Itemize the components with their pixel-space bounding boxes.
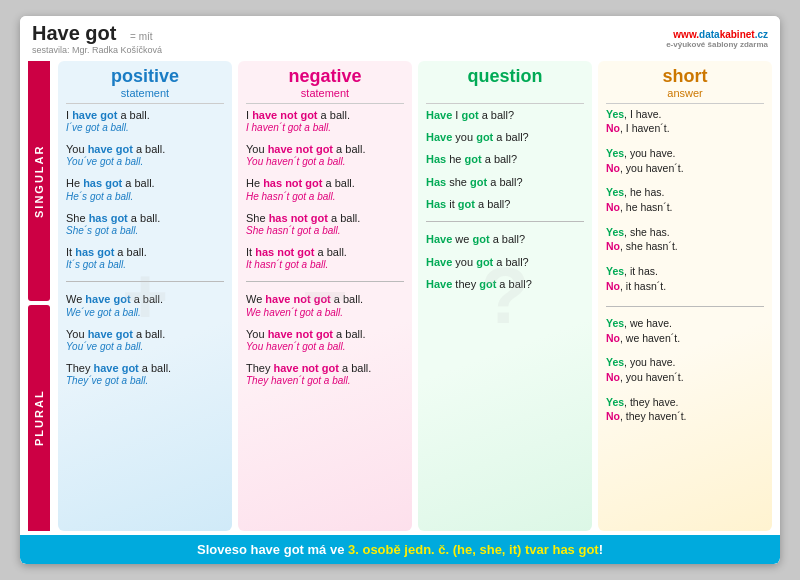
short-divider xyxy=(606,103,764,104)
short-no-4: No, she hasn´t. xyxy=(606,240,764,254)
neg-main-8: They have not got a ball. xyxy=(246,361,404,375)
footer-highlight: 3. osobě jedn. č. (he, she, it) tvar has… xyxy=(348,542,599,557)
neg-alt-4: She hasn´t got a ball. xyxy=(246,225,404,237)
positive-title: positive xyxy=(66,67,224,87)
negative-divider xyxy=(246,103,404,104)
neg-main-3: He has not got a ball. xyxy=(246,176,404,190)
negative-entries: I have not got a ball. I haven´t got a b… xyxy=(246,108,404,525)
neg-alt-6: We haven´t got a ball. xyxy=(246,307,404,319)
positive-subtitle: statement xyxy=(66,87,224,99)
short-title: short xyxy=(606,67,764,87)
neg-entry-1: I have not got a ball. I haven´t got a b… xyxy=(246,108,404,134)
negative-title: negative xyxy=(246,67,404,87)
neg-main-2: You have not got a ball. xyxy=(246,142,404,156)
neg-main-6: We have not got a ball. xyxy=(246,292,404,306)
short-yes-2: Yes, you have. xyxy=(606,147,764,161)
pos-main-4: She has got a ball. xyxy=(66,211,224,225)
neg-alt-3: He hasn´t got a ball. xyxy=(246,191,404,203)
pos-entry-2: You have got a ball. You´ve got a ball. xyxy=(66,142,224,168)
short-yes-1: Yes, I have. xyxy=(606,108,764,122)
neg-entry-7: You have not got a ball. You haven´t got… xyxy=(246,327,404,353)
plural-divider-short xyxy=(606,306,764,307)
q-main-8: Have they got a ball? xyxy=(426,277,584,291)
positive-column: + positive statement I have got a ball. … xyxy=(58,61,232,531)
singular-label: SINGULAR xyxy=(28,61,50,301)
pos-entry-3: He has got a ball. He´s got a ball. xyxy=(66,176,224,202)
pos-main-8: They have got a ball. xyxy=(66,361,224,375)
bottom-text: Sloveso have got má ve 3. osobě jedn. č.… xyxy=(36,542,764,557)
q-main-2: Have you got a ball? xyxy=(426,130,584,144)
pos-alt-7: You´ve got a ball. xyxy=(66,341,224,353)
pos-entry-5: It has got a ball. It´s got a ball. xyxy=(66,245,224,271)
question-header: question xyxy=(426,67,584,99)
short-entry-6: Yes, we have. No, we haven´t. xyxy=(606,317,764,345)
columns-row: + positive statement I have got a ball. … xyxy=(58,61,772,531)
q-entry-8: Have they got a ball? xyxy=(426,277,584,291)
pos-main-6: We have got a ball. xyxy=(66,292,224,306)
short-no-3: No, he hasn´t. xyxy=(606,201,764,215)
plural-divider-q xyxy=(426,221,584,222)
page-title: Have got = mít xyxy=(32,22,162,45)
pos-alt-4: She´s got a ball. xyxy=(66,225,224,237)
website-sub: e-výukové šablony zdarma xyxy=(666,40,768,49)
positive-header: positive statement xyxy=(66,67,224,99)
pos-entry-4: She has got a ball. She´s got a ball. xyxy=(66,211,224,237)
plural-divider-neg xyxy=(246,281,404,282)
main-page: Have got = mít sestavila: Mgr. Radka Koš… xyxy=(20,16,780,564)
neg-alt-1: I haven´t got a ball. xyxy=(246,122,404,134)
side-labels: SINGULAR PLURAL xyxy=(28,61,50,531)
short-entry-2: Yes, you have. No, you haven´t. xyxy=(606,147,764,175)
short-column: short answer Yes, I have. No, I haven´t.… xyxy=(598,61,772,531)
pos-main-2: You have got a ball. xyxy=(66,142,224,156)
neg-alt-2: You haven´t got a ball. xyxy=(246,156,404,168)
pos-main-7: You have got a ball. xyxy=(66,327,224,341)
neg-main-5: It has not got a ball. xyxy=(246,245,404,259)
negative-column: − negative statement I have not got a ba… xyxy=(238,61,412,531)
short-no-6: No, we haven´t. xyxy=(606,332,764,346)
neg-alt-8: They haven´t got a ball. xyxy=(246,375,404,387)
short-entries: Yes, I have. No, I haven´t. Yes, you hav… xyxy=(606,108,764,525)
short-yes-6: Yes, we have. xyxy=(606,317,764,331)
pos-alt-1: I´ve got a ball. xyxy=(66,122,224,134)
question-entries: Have I got a ball? Have you got a ball? … xyxy=(426,108,584,525)
pos-entry-8: They have got a ball. They´ve got a ball… xyxy=(66,361,224,387)
q-entry-2: Have you got a ball? xyxy=(426,130,584,144)
q-entry-3: Has he got a ball? xyxy=(426,152,584,166)
pos-alt-8: They´ve got a ball. xyxy=(66,375,224,387)
question-title: question xyxy=(426,67,584,87)
pos-entry-1: I have got a ball. I´ve got a ball. xyxy=(66,108,224,134)
short-entry-4: Yes, she has. No, she hasn´t. xyxy=(606,226,764,254)
pos-main-3: He has got a ball. xyxy=(66,176,224,190)
title-area: Have got = mít sestavila: Mgr. Radka Koš… xyxy=(32,22,162,55)
pos-main-1: I have got a ball. xyxy=(66,108,224,122)
q-main-6: Have we got a ball? xyxy=(426,232,584,246)
pos-alt-6: We´ve got a ball. xyxy=(66,307,224,319)
neg-entry-8: They have not got a ball. They haven´t g… xyxy=(246,361,404,387)
neg-entry-3: He has not got a ball. He hasn´t got a b… xyxy=(246,176,404,202)
short-entry-5: Yes, it has. No, it hasn´t. xyxy=(606,265,764,293)
negative-header: negative statement xyxy=(246,67,404,99)
negative-subtitle: statement xyxy=(246,87,404,99)
question-column: ? question Have I got a ball? Have you g… xyxy=(418,61,592,531)
q-entry-5: Has it got a ball? xyxy=(426,197,584,211)
title-text: Have got xyxy=(32,22,116,44)
q-main-3: Has he got a ball? xyxy=(426,152,584,166)
short-entry-8: Yes, they have. No, they haven´t. xyxy=(606,396,764,424)
website-info: www.datakabinet.cz e-výukové šablony zda… xyxy=(666,29,768,49)
short-no-1: No, I haven´t. xyxy=(606,122,764,136)
short-entry-3: Yes, he has. No, he hasn´t. xyxy=(606,186,764,214)
pos-entry-6: We have got a ball. We´ve got a ball. xyxy=(66,292,224,318)
neg-main-4: She has not got a ball. xyxy=(246,211,404,225)
short-entry-7: Yes, you have. No, you haven´t. xyxy=(606,356,764,384)
short-yes-4: Yes, she has. xyxy=(606,226,764,240)
neg-main-1: I have not got a ball. xyxy=(246,108,404,122)
q-main-5: Has it got a ball? xyxy=(426,197,584,211)
pos-entry-7: You have got a ball. You´ve got a ball. xyxy=(66,327,224,353)
footer-text2: ! xyxy=(599,542,603,557)
q-entry-6: Have we got a ball? xyxy=(426,232,584,246)
q-entry-7: Have you got a ball? xyxy=(426,255,584,269)
q-main-1: Have I got a ball? xyxy=(426,108,584,122)
short-yes-7: Yes, you have. xyxy=(606,356,764,370)
title-eq: = mít xyxy=(130,31,153,42)
short-no-8: No, they haven´t. xyxy=(606,410,764,424)
